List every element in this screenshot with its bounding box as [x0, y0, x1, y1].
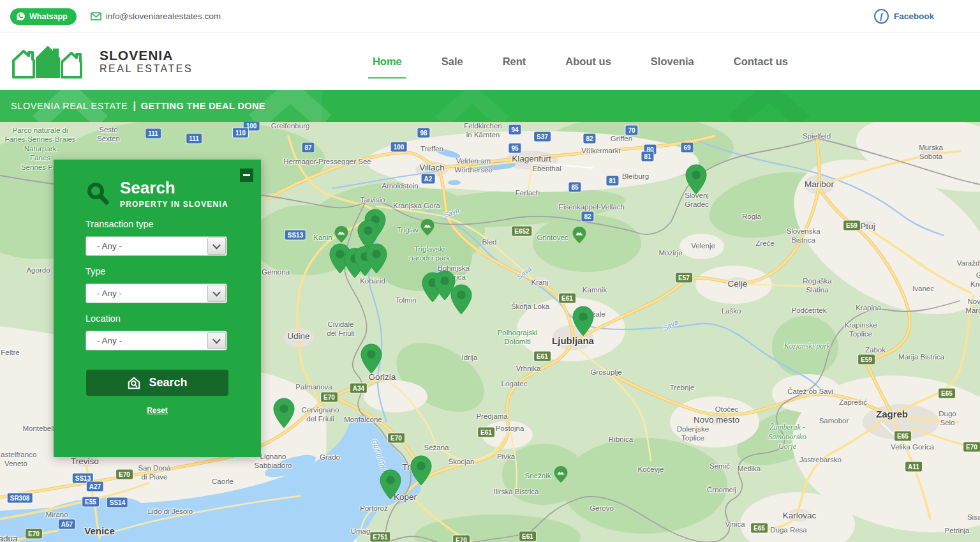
brand-line2: REAL ESTATES [100, 63, 193, 75]
map[interactable]: GreifenburgSesto SextenParco naturale di… [0, 122, 980, 542]
field-label-location: Location [85, 313, 227, 324]
map-label-kranj: Kranj [531, 278, 549, 287]
transaction-type-select-value: - Any - [97, 241, 122, 251]
map-label-agordo: Agordo [26, 266, 50, 275]
nav-item-about-us[interactable]: About us [565, 56, 611, 68]
road-badge-82: 82 [581, 212, 593, 222]
road-badge-s37: S37 [534, 132, 551, 142]
map-label-velenje: Velenje [691, 241, 715, 250]
transaction-type-select[interactable]: - Any - [85, 236, 227, 256]
type-select-value: - Any - [97, 289, 122, 298]
map-label-se-ana: Sežana [424, 443, 449, 452]
map-pin[interactable] [366, 243, 387, 274]
tagline-banner: SLOVENIA REAL ESTATE | GETTING THE DEAL … [0, 90, 980, 122]
road-badge-ss14: SS14 [107, 498, 128, 508]
map-label-ribnica: Ribnica [609, 435, 633, 444]
facebook-link[interactable]: f Facebook [874, 9, 934, 24]
map-label-oto-ec: Otočec [715, 405, 738, 414]
road-badge-a34: A34 [350, 384, 367, 393]
banner-divider: | [133, 100, 135, 112]
whatsapp-label: Whatsapp [29, 12, 68, 21]
type-select[interactable]: - Any - [85, 283, 227, 303]
map-label-cervignano: Cervignano del Friuli [302, 405, 339, 424]
map-label-marija-bistrica: Marija Bistrica [898, 352, 944, 361]
field-label-type: Type [85, 266, 227, 276]
nav-item-rent[interactable]: Rent [503, 56, 526, 68]
map-label-treviso: Treviso [71, 456, 99, 467]
map-pin[interactable] [450, 284, 472, 315]
search-button-label: Search [149, 376, 187, 389]
road-badge-85: 85 [568, 183, 581, 192]
map-label-sne-nik: Snežnik [525, 471, 551, 480]
search-button[interactable]: Search [86, 370, 228, 396]
map-label-dolenjske: Dolenjske Toplice [677, 425, 709, 443]
map-label-grado: Grado [320, 453, 340, 462]
map-label-griffen: Griffen [611, 134, 632, 143]
map-label-novo-mesto: Novo mesto [694, 415, 739, 426]
mountain-peak-icon [334, 226, 348, 245]
road-badge-100: 100 [244, 122, 260, 131]
map-label-roga-ka: Rogaška Slatina [803, 276, 831, 295]
road-badge-100: 100 [391, 142, 407, 152]
road-badge-e55: E55 [82, 497, 99, 507]
collapse-panel-button[interactable] [240, 169, 253, 182]
map-label-kocjan: Škocjan [449, 457, 475, 466]
map-label-ilirska-bistrica: Ilirska Bistrica [494, 487, 539, 496]
houses-logo-icon [10, 45, 88, 79]
location-select[interactable]: - Any - [85, 331, 227, 350]
main-nav: HomeSaleRentAbout usSloveniaContact us [373, 56, 788, 68]
whatsapp-icon [16, 11, 26, 21]
facebook-label: Facebook [894, 11, 934, 21]
field-location: Location- Any - [85, 313, 227, 350]
road-badge-e70: E70 [963, 442, 980, 452]
map-label-rogla: Rogla [742, 212, 761, 221]
map-pin[interactable] [572, 306, 594, 336]
facebook-icon: f [874, 9, 889, 24]
map-label-ptuj: Ptuj [860, 222, 875, 232]
map-label-grosuplje: Grosuplje [590, 368, 621, 377]
map-label-zapre-i: Zaprešić [839, 398, 867, 407]
map-label-sesto: Sesto Sexten [97, 125, 120, 144]
road-badge-e65: E65 [895, 432, 911, 441]
road-badge-e61: E61 [534, 352, 551, 361]
nav-item-home[interactable]: Home [373, 56, 402, 68]
search-panel-subtitle: PROPERTY IN SLOVENIA [120, 200, 228, 209]
map-label-lido-di-jesolo: Lido di Jesolo [148, 507, 193, 516]
nav-item-slovenia[interactable]: Slovenia [651, 56, 694, 68]
map-pin[interactable] [360, 343, 382, 374]
map-label-ate-ob-savi: Čatež ob Savi [787, 387, 833, 396]
map-label-treffen: Treffen [420, 144, 443, 153]
map-label-venice: Venice [84, 525, 115, 538]
map-label-velden-am: Velden am Wörthersee [454, 156, 492, 175]
road-badge-e70: E70 [116, 470, 133, 479]
map-pin[interactable] [685, 164, 707, 195]
road-badge-69: 69 [681, 143, 693, 153]
whatsapp-button[interactable]: Whatsapp [10, 8, 77, 25]
road-badge-ss13: SS13 [285, 230, 306, 240]
map-label-rnomelj: Črnomelj [707, 485, 736, 494]
banner-title: SLOVENIA REAL ESTATE [11, 101, 128, 111]
map-label-sava: Sava [516, 265, 533, 282]
map-label-palmanova: Palmanova [295, 382, 332, 391]
map-label-spielfeld: Spielfeld [803, 132, 831, 140]
map-pin[interactable] [380, 469, 401, 500]
map-label-triglav: Triglav [397, 225, 419, 234]
map-pin[interactable] [410, 455, 432, 486]
map-label-trebnje: Trebnje [670, 383, 695, 392]
road-badge-82: 82 [583, 134, 595, 144]
email-text: info@sloveniarealestates.com [106, 11, 221, 21]
map-label-villach: Villach [419, 163, 445, 174]
map-label-predjama: Predjama [476, 412, 507, 421]
map-label-eisenkappel-vellach: Eisenkappel-Vellach [558, 202, 625, 211]
brand-logo[interactable]: SLOVENIA REAL ESTATES [10, 45, 193, 79]
nav-item-contact-us[interactable]: Contact us [734, 56, 788, 68]
map-label-pivka: Pivka [497, 452, 515, 461]
nav-item-sale[interactable]: Sale [442, 56, 463, 68]
road-badge-94: 94 [509, 125, 521, 135]
reset-link[interactable]: Reset [54, 406, 261, 415]
map-label-grintovec: Grintovec [537, 233, 568, 242]
map-label-slovenska: Slovenska Bistrica [786, 227, 820, 245]
map-pin[interactable] [273, 398, 295, 428]
page: Whatsapp info@sloveniarealestates.com f … [0, 0, 980, 542]
email-link[interactable]: info@sloveniarealestates.com [91, 11, 221, 21]
